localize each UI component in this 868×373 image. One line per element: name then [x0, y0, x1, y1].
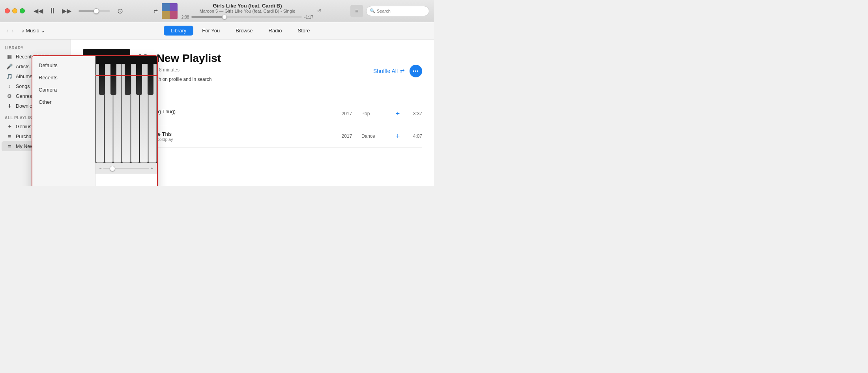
forward-arrow[interactable]: › [11, 27, 14, 34]
maximize-button[interactable] [20, 8, 25, 13]
genius-icon: ✦ [6, 124, 13, 129]
publish-row: Publish on profile and in search [138, 77, 365, 82]
album-cell [170, 3, 178, 11]
genres-label: Genres [16, 94, 32, 99]
more-options-button[interactable]: ••• [410, 65, 422, 77]
track-subtitle: Maroon 5 — Girls Like You (feat. Cardi B… [200, 9, 296, 13]
shuffle-all-button[interactable]: Shuffle All ⇄ [373, 68, 405, 74]
track-year: 2017 [337, 111, 357, 116]
popup-inner: Defaults Recents Camera Other [32, 56, 157, 186]
track-genre: Dance [361, 133, 389, 139]
shuffle-label: Shuffle All [373, 68, 398, 74]
playlist-info: My New Playlist 2 songs • 8 minutes Publ… [138, 49, 365, 82]
songs-label: Songs [16, 84, 30, 89]
now-playing: ⇄ Girls Like You (feat. Cardi B) Maroon … [128, 3, 347, 19]
popup-menu-item-defaults[interactable]: Defaults [32, 59, 95, 71]
source-dropdown[interactable]: ♪ Music ⌄ [19, 26, 48, 35]
albums-icon: 🎵 [6, 73, 13, 79]
tab-radio[interactable]: Radio [262, 26, 289, 36]
transport-controls: ◀◀ ⏸ ▶▶ [32, 6, 73, 16]
time-remaining: -1:17 [304, 15, 313, 19]
photo-picker-popup[interactable]: Defaults Recents Camera Other [32, 55, 158, 186]
downloaded-icon: ⬇ [6, 103, 13, 109]
volume-thumb [94, 8, 99, 14]
rewind-button[interactable]: ◀◀ [32, 6, 45, 15]
track-add-button[interactable]: + [394, 132, 402, 141]
track-duration: 3:37 [406, 111, 422, 116]
navbar: ‹ › ♪ Music ⌄ Library For You Browse Rad… [0, 22, 434, 39]
track-genre: Pop [361, 111, 389, 116]
list-view-button[interactable]: ≡ [350, 5, 363, 17]
minimize-button[interactable] [12, 8, 17, 13]
popup-menu-item-other[interactable]: Other [32, 96, 95, 108]
genius-label: Genius [16, 124, 32, 129]
fast-forward-button[interactable]: ▶▶ [60, 6, 73, 15]
popup-slider[interactable] [103, 168, 149, 169]
tab-browse[interactable]: Browse [228, 26, 260, 36]
artists-icon: 🎤 [6, 64, 13, 69]
track-duration: 4:07 [406, 133, 422, 139]
popup-slider-row: − + [95, 163, 157, 174]
search-input[interactable] [377, 9, 426, 13]
chevron-down-icon: ⌄ [41, 28, 45, 34]
playlist-title: My New Playlist [138, 52, 365, 65]
library-section-label: Library [0, 46, 71, 52]
slider-plus-icon: + [151, 166, 153, 171]
search-icon: 🔍 [370, 8, 375, 13]
titlebar: ◀◀ ⏸ ▶▶ ⊙ ⇄ Girls Like You (feat. Cardi … [0, 0, 434, 22]
slider-minus-icon: − [99, 166, 102, 171]
progress-bar[interactable] [191, 16, 302, 18]
tab-store[interactable]: Store [290, 26, 317, 36]
popup-menu-item-recents[interactable]: Recents [32, 71, 95, 84]
album-thumbnail [162, 3, 178, 19]
popup-menu: Defaults Recents Camera Other [32, 56, 95, 186]
albums-label: Albums [16, 74, 32, 79]
recently-added-icon: ▦ [6, 54, 13, 60]
shuffle-icon-top: ⇄ [154, 8, 158, 14]
purchased-icon: ≡ [6, 133, 13, 139]
popup-menu-item-camera[interactable]: Camera [32, 84, 95, 96]
album-cell [170, 11, 178, 19]
more-icon: ••• [413, 68, 419, 74]
progress-thumb [222, 15, 227, 19]
tab-library[interactable]: Library [164, 26, 194, 36]
airplay-button[interactable]: ⊙ [117, 7, 123, 15]
my-playlist-icon: ≡ [6, 143, 13, 149]
tab-for-you[interactable]: For You [195, 26, 227, 36]
repeat-icon: ↺ [317, 8, 321, 14]
playlist-meta: 2 songs • 8 minutes [138, 67, 365, 73]
playlist-actions: Shuffle All ⇄ ••• [373, 49, 422, 77]
album-cell [162, 11, 170, 19]
time-elapsed: 2:38 [181, 15, 189, 19]
pause-button[interactable]: ⏸ [47, 6, 58, 16]
track-add-button[interactable]: + [394, 110, 402, 118]
music-note-icon: ♪ [22, 28, 24, 34]
volume-slider[interactable] [79, 10, 110, 12]
artists-label: Artists [16, 64, 30, 69]
close-button[interactable] [5, 8, 10, 13]
track-info: Girls Like You (feat. Cardi B) Maroon 5 … [181, 3, 313, 19]
search-box[interactable]: 🔍 [366, 6, 429, 16]
back-arrow[interactable]: ‹ [6, 27, 9, 34]
album-cell [162, 3, 170, 11]
progress-fill [191, 16, 224, 18]
songs-icon: ♪ [6, 83, 13, 89]
track-title: Girls Like You (feat. Cardi B) [213, 3, 282, 9]
popup-slider-thumb [110, 166, 115, 171]
piano-art [95, 56, 157, 163]
nav-arrows: ‹ › [6, 27, 15, 34]
right-controls: ≡ 🔍 [350, 5, 429, 17]
popup-preview: − + [95, 56, 157, 186]
nav-tabs: Library For You Browse Radio Store [52, 26, 428, 36]
source-label: Music [26, 28, 39, 34]
shuffle-icon: ⇄ [400, 68, 405, 74]
traffic-lights [5, 8, 25, 13]
genres-icon: ⚙ [6, 93, 13, 99]
track-year: 2017 [337, 133, 357, 139]
